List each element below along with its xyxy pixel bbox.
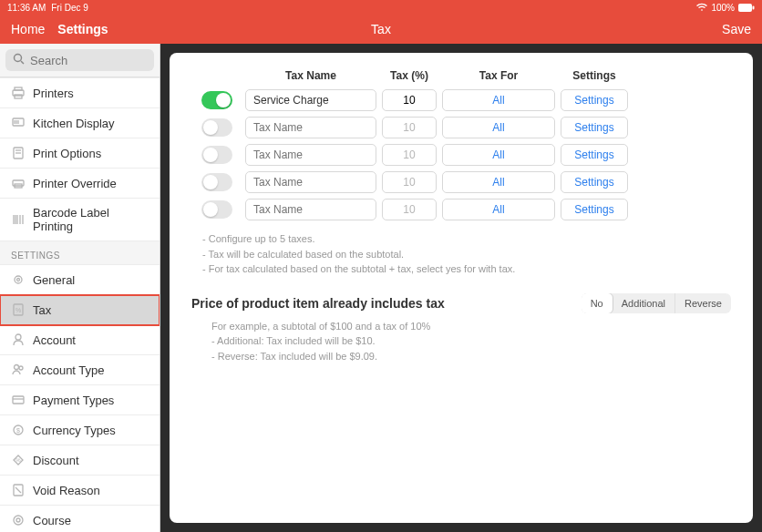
- tax-settings-button[interactable]: Settings: [561, 144, 628, 166]
- tax-for-button[interactable]: All: [442, 89, 555, 111]
- sidebar-item-printers[interactable]: Printers: [0, 77, 160, 108]
- tax-name-input[interactable]: [245, 199, 376, 220]
- seg-option-reverse[interactable]: Reverse: [675, 293, 731, 313]
- status-battery-pct: 100%: [711, 3, 735, 13]
- svg-rect-6: [15, 95, 22, 98]
- tax-notes: - Configure up to 5 taxes.- Tax will be …: [202, 231, 731, 277]
- tax-toggle[interactable]: [201, 200, 232, 219]
- svg-rect-1: [753, 5, 755, 9]
- sidebar-item-discount[interactable]: %Discount: [0, 445, 160, 476]
- battery-icon: [738, 4, 755, 12]
- search-input[interactable]: [30, 54, 160, 67]
- sidebar-item-printer-override[interactable]: Printer Override: [0, 169, 160, 199]
- svg-point-21: [15, 276, 22, 283]
- tax-settings-button[interactable]: Settings: [561, 117, 628, 138]
- tax-settings-button[interactable]: Settings: [561, 171, 628, 193]
- nav-bar: Home Settings Tax Save: [0, 15, 762, 44]
- payment-icon: [11, 393, 26, 407]
- tax-pct-input[interactable]: [382, 171, 437, 193]
- tax-row: AllSettings: [191, 171, 731, 193]
- barcode-icon: [11, 212, 26, 227]
- sidebar-item-account[interactable]: Account: [0, 325, 160, 355]
- tax-pct-input[interactable]: [382, 144, 437, 166]
- sidebar-item-label: Payment Types: [33, 394, 114, 407]
- tax-settings-button[interactable]: Settings: [561, 199, 628, 220]
- tax-toggle[interactable]: [201, 118, 232, 137]
- main-area: Tax Name Tax (%) Tax For Settings AllSet…: [160, 44, 762, 532]
- tax-for-button[interactable]: All: [442, 199, 555, 220]
- tax-for-button[interactable]: All: [442, 144, 555, 166]
- sidebar-item-general[interactable]: General: [0, 264, 160, 295]
- status-time: 11:36 AM: [7, 3, 46, 13]
- svg-text:%: %: [15, 457, 21, 463]
- tax-name-input[interactable]: [245, 117, 376, 138]
- tax-row: AllSettings: [191, 117, 731, 138]
- sidebar-item-void-reason[interactable]: Void Reason: [0, 476, 160, 506]
- tax-pct-input[interactable]: [382, 199, 437, 220]
- void-icon: [11, 483, 26, 497]
- search-icon: [13, 53, 25, 67]
- sidebar-item-account-type[interactable]: Account Type: [0, 355, 160, 385]
- tax-settings-button[interactable]: Settings: [561, 89, 628, 111]
- sidebar-section-header: SETTINGS: [0, 241, 160, 264]
- sidebar-item-label: General: [33, 273, 75, 287]
- col-header-pct: Tax (%): [379, 69, 439, 82]
- printer-override-icon: [11, 176, 26, 190]
- tax-name-input[interactable]: [245, 144, 376, 166]
- tax-pct-input[interactable]: [382, 89, 437, 111]
- save-button[interactable]: Save: [722, 22, 751, 36]
- svg-line-3: [21, 61, 24, 64]
- sidebar-item-label: Kitchen Display: [33, 117, 115, 130]
- tax-name-input[interactable]: [245, 171, 376, 193]
- svg-rect-28: [13, 396, 24, 404]
- sidebar-item-label: Printers: [33, 87, 74, 100]
- display-icon: [11, 116, 26, 130]
- settings-panel: Tax Name Tax (%) Tax For Settings AllSet…: [170, 53, 753, 523]
- sidebar-item-print-options[interactable]: Print Options: [0, 138, 160, 169]
- nav-heading: Settings: [57, 22, 108, 36]
- tax-toggle[interactable]: [201, 146, 232, 164]
- page-title: Tax: [371, 22, 391, 36]
- seg-option-additional[interactable]: Additional: [613, 293, 675, 313]
- tax-toggle[interactable]: [201, 91, 232, 109]
- svg-point-25: [15, 334, 21, 340]
- col-header-for: Tax For: [439, 69, 558, 82]
- account-icon: [11, 332, 26, 347]
- sidebar-item-label: Account Type: [33, 363, 105, 377]
- includes-segmented[interactable]: NoAdditionalReverse: [582, 293, 731, 313]
- col-header-name: Tax Name: [242, 69, 379, 82]
- search-input-wrap[interactable]: [5, 49, 154, 71]
- svg-point-2: [15, 55, 22, 62]
- sidebar-item-kitchen-display[interactable]: Kitchen Display: [0, 108, 160, 138]
- sidebar-item-label: Print Options: [33, 147, 101, 160]
- nav-back[interactable]: Home: [11, 22, 45, 36]
- account-type-icon: [11, 363, 26, 377]
- tax-toggle[interactable]: [201, 173, 232, 191]
- sidebar-item-label: Void Reason: [33, 484, 100, 497]
- svg-rect-0: [738, 4, 752, 12]
- svg-point-22: [17, 279, 20, 281]
- seg-option-no[interactable]: No: [582, 293, 613, 313]
- sidebar-item-label: Discount: [33, 454, 79, 467]
- includes-title: Price of product item already includes t…: [191, 296, 445, 311]
- tax-for-button[interactable]: All: [442, 117, 555, 138]
- gear-icon: [11, 272, 26, 287]
- svg-text:$: $: [16, 427, 20, 434]
- tax-for-button[interactable]: All: [442, 171, 555, 193]
- sidebar-item-payment-types[interactable]: Payment Types: [0, 385, 160, 415]
- tax-name-input[interactable]: [245, 89, 376, 111]
- sidebar-item-currency-types[interactable]: $Currency Types: [0, 415, 160, 445]
- col-header-settings: Settings: [558, 69, 631, 82]
- includes-example: For example, a subtotal of $100 and a ta…: [211, 319, 731, 364]
- sidebar-item-label: Account: [33, 333, 76, 347]
- course-icon: [11, 513, 26, 527]
- sidebar-item-label: Course: [33, 514, 71, 527]
- tax-row: AllSettings: [191, 89, 731, 111]
- svg-line-34: [15, 487, 21, 493]
- sidebar: PrintersKitchen DisplayPrint OptionsPrin…: [0, 44, 160, 532]
- sidebar-item-barcode-label-printing[interactable]: Barcode Label Printing: [0, 199, 160, 241]
- tax-table: Tax Name Tax (%) Tax For Settings AllSet…: [191, 69, 731, 220]
- sidebar-item-tax[interactable]: %Tax: [0, 295, 160, 325]
- sidebar-item-course[interactable]: Course: [0, 506, 160, 532]
- tax-pct-input[interactable]: [382, 117, 437, 138]
